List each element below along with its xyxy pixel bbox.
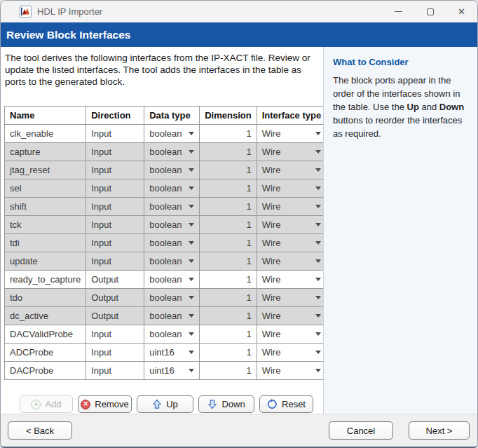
cell-dimension[interactable]: 1 (200, 179, 257, 198)
cell-data-type[interactable]: boolean (144, 216, 200, 234)
dropdown-arrow-icon[interactable] (315, 223, 321, 226)
table-row[interactable]: updateInputboolean1Wire (5, 252, 327, 271)
dropdown-arrow-icon[interactable] (315, 351, 321, 354)
table-row[interactable]: captureInputboolean1Wire (5, 143, 327, 161)
dropdown-arrow-icon[interactable] (315, 132, 321, 135)
cell-data-type[interactable]: boolean (144, 289, 200, 307)
dropdown-arrow-icon[interactable] (315, 205, 321, 208)
cell-name[interactable]: clk_enable (5, 125, 86, 143)
table-row[interactable]: DACProbeInputuint161Wire (5, 362, 327, 380)
dropdown-arrow-icon[interactable] (315, 278, 321, 281)
cell-dimension[interactable]: 1 (200, 198, 257, 216)
next-button[interactable]: Next > (409, 421, 470, 440)
table-row[interactable]: shiftInputboolean1Wire (5, 198, 327, 216)
cell-dimension[interactable]: 1 (200, 307, 257, 325)
cell-name[interactable]: capture (5, 143, 86, 161)
cell-data-type[interactable]: boolean (144, 307, 200, 325)
cell-dimension[interactable]: 1 (200, 216, 257, 234)
cell-interface-type[interactable]: Wire (257, 179, 327, 198)
table-row[interactable]: ready_to_captureOutputboolean1Wire (5, 271, 327, 289)
table-row[interactable]: clk_enableInputboolean1Wire (5, 125, 327, 143)
cell-interface-type[interactable]: Wire (257, 362, 327, 380)
up-button[interactable]: Up (137, 395, 193, 413)
table-row[interactable]: selInputboolean1Wire (5, 179, 327, 198)
minimize-button[interactable] (383, 1, 414, 22)
cell-interface-type[interactable]: Wire (257, 161, 327, 179)
table-row[interactable]: tdiInputboolean1Wire (5, 234, 327, 252)
cell-dimension[interactable]: 1 (200, 252, 257, 271)
cell-interface-type[interactable]: Wire (257, 307, 327, 325)
cell-name[interactable]: tdi (5, 234, 86, 252)
dropdown-arrow-icon[interactable] (189, 132, 194, 135)
reset-button[interactable]: Reset (259, 395, 313, 413)
cell-interface-type[interactable]: Wire (257, 344, 327, 362)
cell-name[interactable]: jtag_reset (5, 161, 86, 179)
dropdown-arrow-icon[interactable] (315, 332, 321, 336)
cell-dimension[interactable]: 1 (200, 271, 257, 289)
back-button[interactable]: < Back (8, 421, 72, 440)
cell-interface-type[interactable]: Wire (257, 234, 327, 252)
table-row[interactable]: ADCProbeInputuint161Wire (5, 344, 327, 362)
cell-name[interactable]: shift (5, 198, 86, 216)
dropdown-arrow-icon[interactable] (189, 296, 194, 299)
cell-data-type[interactable]: uint16 (144, 362, 200, 380)
cell-dimension[interactable]: 1 (200, 143, 257, 161)
cell-data-type[interactable]: boolean (144, 125, 200, 143)
dropdown-arrow-icon[interactable] (189, 241, 194, 245)
cell-interface-type[interactable]: Wire (257, 252, 327, 271)
dropdown-arrow-icon[interactable] (189, 278, 194, 281)
dropdown-arrow-icon[interactable] (315, 241, 321, 245)
remove-button[interactable]: ✕ Remove (78, 395, 132, 413)
cell-dimension[interactable]: 1 (200, 325, 257, 344)
cell-data-type[interactable]: boolean (144, 143, 200, 161)
cell-interface-type[interactable]: Wire (257, 125, 327, 143)
cell-dimension[interactable]: 1 (200, 362, 257, 380)
cell-data-type[interactable]: boolean (144, 252, 200, 271)
dropdown-arrow-icon[interactable] (189, 259, 194, 263)
cell-data-type[interactable]: boolean (144, 325, 200, 344)
cell-name[interactable]: ready_to_capture (5, 271, 86, 289)
cell-dimension[interactable]: 1 (200, 234, 257, 252)
table-row[interactable]: tdoOutputboolean1Wire (5, 289, 327, 307)
cell-name[interactable]: ADCProbe (5, 344, 86, 362)
cell-name[interactable]: sel (5, 179, 86, 198)
cell-interface-type[interactable]: Wire (257, 198, 327, 216)
cell-dimension[interactable]: 1 (200, 344, 257, 362)
cell-name[interactable]: DACValidProbe (5, 325, 86, 344)
dropdown-arrow-icon[interactable] (189, 168, 194, 172)
table-row[interactable]: tckInputboolean1Wire (5, 216, 327, 234)
dropdown-arrow-icon[interactable] (315, 150, 321, 154)
cell-data-type[interactable]: boolean (144, 179, 200, 198)
dropdown-arrow-icon[interactable] (189, 150, 194, 154)
cell-name[interactable]: DACProbe (5, 362, 86, 380)
dropdown-arrow-icon[interactable] (315, 369, 321, 372)
cell-name[interactable]: tdo (5, 289, 86, 307)
cell-name[interactable]: update (5, 252, 86, 271)
dropdown-arrow-icon[interactable] (315, 186, 321, 190)
table-row[interactable]: jtag_resetInputboolean1Wire (5, 161, 327, 179)
cell-data-type[interactable]: boolean (144, 198, 200, 216)
cell-name[interactable]: tck (5, 216, 86, 234)
dropdown-arrow-icon[interactable] (189, 205, 194, 208)
close-button[interactable]: ✕ (446, 1, 477, 22)
dropdown-arrow-icon[interactable] (189, 351, 194, 354)
maximize-button[interactable] (414, 1, 446, 22)
dropdown-arrow-icon[interactable] (315, 168, 321, 172)
cell-interface-type[interactable]: Wire (257, 289, 327, 307)
cell-interface-type[interactable]: Wire (257, 216, 327, 234)
dropdown-arrow-icon[interactable] (315, 296, 321, 299)
cell-dimension[interactable]: 1 (200, 125, 257, 143)
cell-dimension[interactable]: 1 (200, 289, 257, 307)
cell-dimension[interactable]: 1 (200, 161, 257, 179)
down-button[interactable]: Down (198, 395, 254, 413)
dropdown-arrow-icon[interactable] (189, 314, 194, 318)
dropdown-arrow-icon[interactable] (189, 332, 194, 336)
cell-data-type[interactable]: boolean (144, 271, 200, 289)
dropdown-arrow-icon[interactable] (189, 369, 194, 372)
dropdown-arrow-icon[interactable] (315, 259, 321, 263)
cell-interface-type[interactable]: Wire (257, 325, 327, 344)
cancel-button[interactable]: Cancel (329, 421, 393, 440)
cell-data-type[interactable]: boolean (144, 161, 200, 179)
dropdown-arrow-icon[interactable] (315, 314, 321, 318)
cell-interface-type[interactable]: Wire (257, 143, 327, 161)
